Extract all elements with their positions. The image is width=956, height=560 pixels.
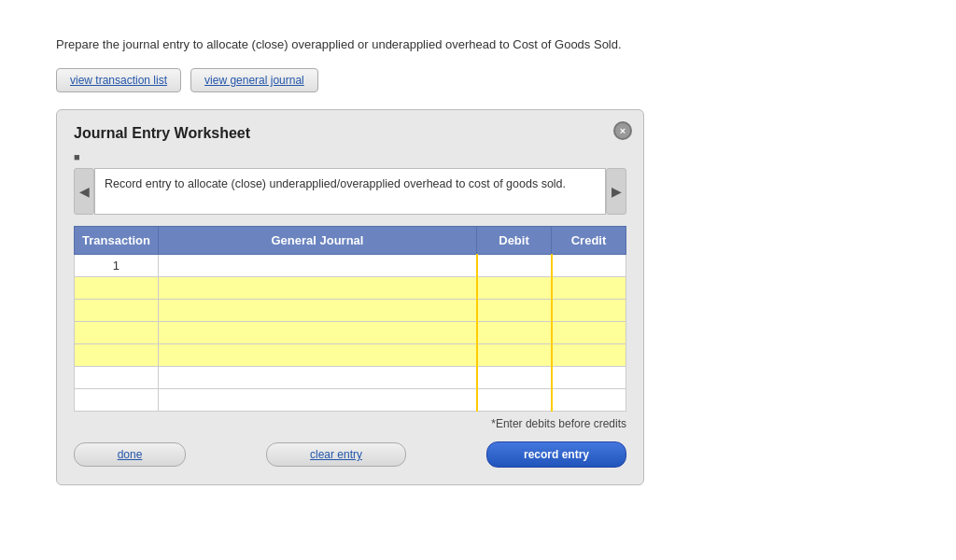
cell-credit-6[interactable] — [552, 389, 626, 412]
cell-general-1[interactable] — [158, 277, 476, 300]
cell-general-0[interactable] — [158, 255, 476, 277]
cell-debit-1[interactable] — [477, 277, 552, 300]
cell-transaction-4[interactable] — [75, 344, 159, 367]
entry-description: Record entry to allocate (close) underap… — [94, 168, 606, 215]
cell-debit-6[interactable] — [477, 389, 552, 412]
entry-navigation: ◀ Record entry to allocate (close) under… — [74, 168, 626, 215]
cell-transaction-3[interactable] — [75, 322, 159, 344]
bottom-buttons-bar: done clear entry record entry — [74, 441, 626, 468]
journal-entry-worksheet-panel: Journal Entry Worksheet × ■ ◀ Record ent… — [56, 109, 644, 485]
cell-credit-3[interactable] — [552, 322, 626, 344]
cell-debit-4[interactable] — [477, 344, 552, 367]
table-row: 1 — [75, 255, 626, 277]
entry-number-indicator: ■ — [74, 151, 626, 162]
col-header-debit: Debit — [477, 227, 552, 255]
table-row — [75, 367, 626, 389]
table-row — [75, 389, 626, 412]
cell-debit-0[interactable] — [477, 255, 552, 277]
cell-transaction-5[interactable] — [75, 367, 159, 389]
table-row — [75, 344, 626, 367]
done-button[interactable]: done — [74, 442, 186, 467]
col-header-general-journal: General Journal — [158, 227, 476, 255]
cell-general-3[interactable] — [158, 322, 476, 344]
table-row — [75, 322, 626, 344]
cell-general-6[interactable] — [158, 389, 476, 412]
nav-left-arrow[interactable]: ◀ — [74, 168, 94, 215]
cell-credit-5[interactable] — [552, 367, 626, 389]
cell-transaction-1[interactable] — [75, 277, 159, 300]
instruction-text: Prepare the journal entry to allocate (c… — [56, 37, 900, 51]
cell-credit-4[interactable] — [552, 344, 626, 367]
table-row — [75, 300, 626, 322]
cell-credit-2[interactable] — [552, 300, 626, 322]
col-header-transaction: Transaction — [75, 227, 159, 255]
cell-general-2[interactable] — [158, 300, 476, 322]
cell-transaction-0: 1 — [75, 255, 159, 277]
cell-general-4[interactable] — [158, 344, 476, 367]
cell-debit-2[interactable] — [477, 300, 552, 322]
cell-debit-5[interactable] — [477, 367, 552, 389]
cell-credit-1[interactable] — [552, 277, 626, 300]
enter-debits-note: *Enter debits before credits — [74, 417, 626, 430]
cell-transaction-6[interactable] — [75, 389, 159, 412]
record-entry-button[interactable]: record entry — [486, 441, 626, 468]
clear-entry-button[interactable]: clear entry — [266, 442, 406, 467]
journal-table: Transaction General Journal Debit Credit… — [74, 226, 626, 412]
view-general-journal-button[interactable]: view general journal — [190, 68, 318, 92]
col-header-credit: Credit — [552, 227, 626, 255]
nav-right-arrow[interactable]: ▶ — [606, 168, 626, 215]
cell-general-5[interactable] — [158, 367, 476, 389]
view-transaction-list-button[interactable]: view transaction list — [56, 68, 181, 92]
cell-debit-3[interactable] — [477, 322, 552, 344]
cell-credit-0[interactable] — [552, 255, 626, 277]
top-buttons-bar: view transaction list view general journ… — [56, 68, 900, 92]
table-row — [75, 277, 626, 300]
close-button[interactable]: × — [613, 121, 632, 140]
panel-title: Journal Entry Worksheet — [74, 125, 626, 142]
cell-transaction-2[interactable] — [75, 300, 159, 322]
